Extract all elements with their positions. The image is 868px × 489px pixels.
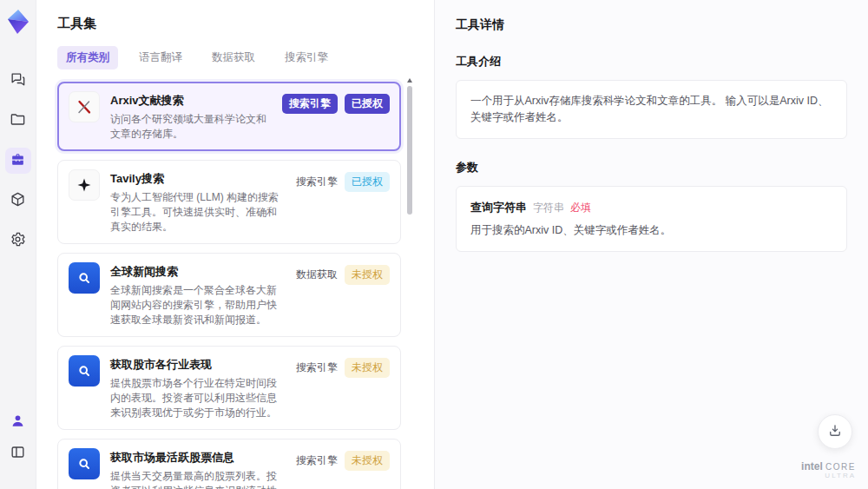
tool-list: Arxiv文献搜索 访问各个研究领域大量科学论文和文章的存储库。 搜索引擎 已授…	[57, 82, 413, 489]
params-heading: 参数	[456, 160, 847, 175]
tool-name: 全球新闻搜索	[110, 264, 286, 280]
tool-description: 访问各个研究领域大量科学论文和文章的存储库。	[110, 112, 272, 142]
auth-badge: 已授权	[345, 94, 390, 114]
tool-description: 专为人工智能代理 (LLM) 构建的搜索引擎工具。可快速提供实时、准确和真实的结…	[110, 190, 286, 235]
sidebar	[0, 0, 36, 489]
tab-search-engine[interactable]: 搜索引擎	[276, 46, 337, 69]
sidebar-item-panel-toggle[interactable]	[5, 440, 31, 466]
page-title: 工具集	[57, 16, 413, 32]
download-icon	[827, 423, 843, 441]
param-required-flag: 必填	[570, 200, 591, 215]
chat-icon	[10, 71, 26, 90]
toolbox-icon	[10, 151, 26, 170]
tool-name: 获取股市各行业表现	[110, 357, 286, 373]
category-tabs: 所有类别 语言翻译 数据获取 搜索引擎	[57, 46, 413, 69]
tool-card-most-active-stocks[interactable]: 获取市场最活跃股票信息 提供当天交易量最高的股票列表。投资者可以利用这些信息来识…	[57, 439, 401, 489]
sidebar-item-account[interactable]	[5, 409, 31, 435]
intel-core-logo: intel CORE ULTRA	[801, 461, 856, 480]
scroll-up-arrow-icon[interactable]	[407, 78, 412, 83]
folder-icon	[10, 111, 26, 130]
app-logo	[5, 9, 31, 35]
category-badge: 搜索引擎	[296, 172, 338, 192]
tool-name: 获取市场最活跃股票信息	[110, 450, 286, 466]
brand-sub: ULTRA	[801, 472, 856, 480]
category-badge: 搜索引擎	[296, 451, 338, 471]
auth-badge: 未授权	[345, 358, 390, 378]
sidebar-item-files[interactable]	[5, 108, 31, 134]
brand-primary: intel	[801, 460, 823, 472]
app-window: 工具集 所有类别 语言翻译 数据获取 搜索引擎 Arxiv文献搜索 访问各个研究…	[0, 0, 868, 489]
tool-description: 提供当天交易量最高的股票列表。投资者可以利用这些信息来识别流动性强的股票和潜在的…	[110, 469, 286, 489]
arxiv-icon	[69, 91, 100, 122]
tool-description: 提供股票市场各个行业在特定时间段内的表现。投资者可以利用这些信息来识别表现优于或…	[110, 376, 286, 420]
tool-card-global-news[interactable]: 全球新闻搜索 全球新闻搜索是一个聚合全球各大新闻网站内容的搜索引擎，帮助用户快速…	[57, 253, 401, 337]
cube-icon	[10, 191, 26, 210]
tab-data-fetch[interactable]: 数据获取	[203, 46, 264, 69]
tool-description: 全球新闻搜索是一个聚合全球各大新闻网站内容的搜索引擎，帮助用户快速获取全球最新资…	[110, 283, 286, 327]
tool-card-sector-performance[interactable]: 获取股市各行业表现 提供股票市场各个行业在特定时间段内的表现。投资者可以利用这些…	[57, 346, 401, 430]
tab-all-categories[interactable]: 所有类别	[57, 46, 118, 69]
blue-search-icon	[69, 262, 100, 294]
tool-detail-pane: 工具详情 工具介绍 一个用于从Arxiv存储库搜索科学论文和文章的工具。 输入可…	[434, 0, 868, 489]
tavily-star-icon	[69, 169, 100, 201]
download-button[interactable]	[818, 414, 852, 449]
scrollbar-thumb[interactable]	[407, 86, 412, 215]
category-badge: 搜索引擎	[282, 94, 338, 114]
tab-language-translation[interactable]: 语言翻译	[130, 46, 191, 69]
brand-secondary: CORE	[825, 462, 856, 472]
blue-search-icon	[69, 355, 100, 387]
blue-search-icon	[69, 448, 100, 479]
sidebar-item-chat[interactable]	[5, 68, 31, 94]
auth-badge: 未授权	[345, 265, 390, 285]
auth-badge: 已授权	[345, 172, 390, 192]
category-badge: 数据获取	[296, 265, 338, 285]
intro-heading: 工具介绍	[456, 54, 847, 69]
auth-badge: 未授权	[345, 451, 390, 471]
list-scrollbar[interactable]	[406, 78, 413, 489]
sidebar-item-settings[interactable]	[5, 228, 31, 254]
settings-icon	[10, 231, 26, 250]
param-description: 用于搜索的Arxiv ID、关键字或作者姓名。	[470, 222, 832, 239]
intro-box: 一个用于从Arxiv存储库搜索科学论文和文章的工具。 输入可以是Arxiv ID…	[456, 80, 847, 139]
param-box: 查询字符串 字符串 必填 用于搜索的Arxiv ID、关键字或作者姓名。	[456, 186, 847, 252]
user-icon	[10, 413, 26, 432]
param-name: 查询字符串	[470, 199, 527, 216]
detail-title: 工具详情	[456, 17, 847, 33]
tool-name: Arxiv文献搜索	[110, 93, 272, 109]
panel-toggle-icon	[10, 444, 26, 463]
tool-list-pane: 工具集 所有类别 语言翻译 数据获取 搜索引擎 Arxiv文献搜索 访问各个研究…	[36, 0, 434, 489]
tool-card-tavily[interactable]: Tavily搜索 专为人工智能代理 (LLM) 构建的搜索引擎工具。可快速提供实…	[57, 160, 401, 244]
sidebar-item-tools[interactable]	[5, 148, 31, 174]
category-badge: 搜索引擎	[296, 358, 338, 378]
tool-card-arxiv[interactable]: Arxiv文献搜索 访问各个研究领域大量科学论文和文章的存储库。 搜索引擎 已授…	[57, 82, 401, 151]
sidebar-item-packages[interactable]	[5, 188, 31, 214]
param-type: 字符串	[533, 200, 564, 215]
tool-name: Tavily搜索	[110, 171, 286, 187]
